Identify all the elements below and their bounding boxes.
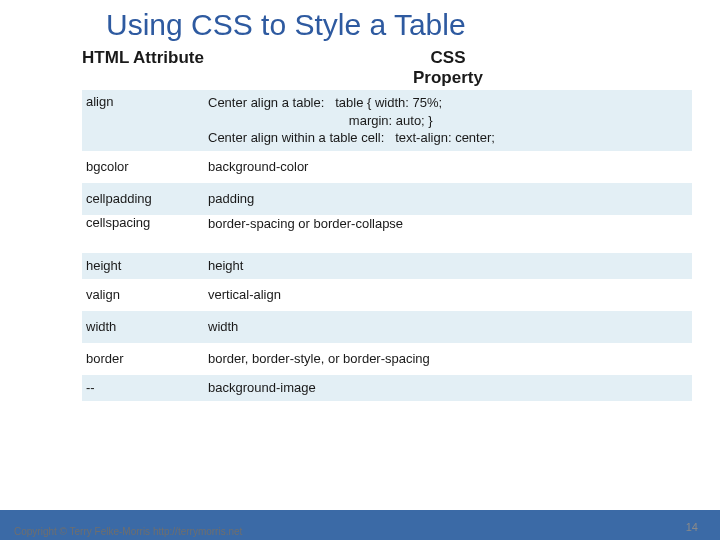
table-row: bgcolor background-color <box>82 151 692 183</box>
cell-attr: height <box>82 258 204 273</box>
table-row: align Center align a table: table { widt… <box>82 90 692 151</box>
page-title: Using CSS to Style a Table <box>0 0 720 46</box>
page-number: 14 <box>686 521 698 533</box>
cell-attr: width <box>82 319 204 334</box>
table-row: height height <box>82 253 692 279</box>
table-row: valign vertical-align <box>82 279 692 311</box>
cell-css: background-color <box>204 158 692 176</box>
cell-css: border, border-style, or border-spacing <box>204 350 692 368</box>
cell-css: padding <box>204 190 692 208</box>
table-row: cellpadding padding <box>82 183 692 215</box>
cell-attr: align <box>82 94 204 109</box>
cell-attr: cellspacing <box>82 215 204 230</box>
header-css-property: CSSProperty <box>204 46 692 90</box>
table-header: HTML Attribute CSSProperty <box>82 46 692 90</box>
cell-css: height <box>204 257 692 275</box>
copyright-text: Copyright © Terry Felke-Morris http://te… <box>14 526 242 537</box>
table-row: width width <box>82 311 692 343</box>
table-row: cellspacing border-spacing or border-col… <box>82 215 692 253</box>
cell-css: vertical-align <box>204 286 692 304</box>
cell-css: width <box>204 318 692 336</box>
cell-attr: valign <box>82 287 204 302</box>
table-row: border border, border-style, or border-s… <box>82 343 692 375</box>
cell-attr: cellpadding <box>82 191 204 206</box>
cell-css: border-spacing or border-collapse <box>204 215 692 233</box>
cell-attr: border <box>82 351 204 366</box>
table-row: -- background-image <box>82 375 692 401</box>
cell-attr: -- <box>82 380 204 395</box>
comparison-table: HTML Attribute CSSProperty align Center … <box>82 46 692 401</box>
header-html-attribute: HTML Attribute <box>82 46 204 90</box>
cell-attr: bgcolor <box>82 159 204 174</box>
cell-css: background-image <box>204 379 692 397</box>
cell-css: Center align a table: table { width: 75%… <box>204 94 692 147</box>
